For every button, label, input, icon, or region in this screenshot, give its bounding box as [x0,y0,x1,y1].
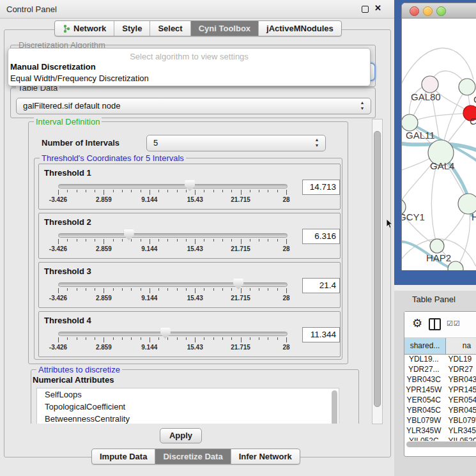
bottom-tab-impute-data[interactable]: Impute Data [92,449,155,464]
tick-mark [113,337,114,340]
algorithm-popup-hint: Select algorithm to view settings [8,52,370,61]
threshold-value-field[interactable]: 21.4 [302,278,340,293]
slider-track[interactable] [58,184,288,188]
column-header-shared-name[interactable]: shared... [404,338,446,354]
tick-mark [141,337,141,340]
slider-thumb[interactable] [160,328,171,339]
minimize-traffic-light-icon[interactable] [423,6,433,16]
table-row[interactable]: YBR043CYBR043C [404,374,476,385]
threshold-label: Threshold 4 [44,316,91,325]
tick-mark [141,190,141,192]
table-row[interactable]: YBR045CYBR045C [404,405,476,415]
threshold-value-field[interactable]: 11.344 [302,327,340,342]
zoom-traffic-light-icon[interactable] [436,6,446,16]
network-node[interactable] [430,239,444,253]
panel-scrollbar[interactable] [372,119,383,424]
table-row[interactable]: YIL052CYIL052C [404,436,476,441]
table-row[interactable]: YDL19...YDL19 [404,354,476,364]
tick-mark [167,239,168,242]
tick-mark [204,239,204,242]
cell-name: YLR345W [443,426,476,436]
tick-mark [277,337,278,340]
tab-cyni-toolbox[interactable]: Cyni Toolbox [191,21,259,36]
tab-network[interactable]: Network [55,21,114,36]
slider-thumb[interactable] [124,229,134,240]
tick-mark [277,190,278,192]
table-hscrollbar-thumb[interactable] [406,441,476,447]
network-canvas[interactable]: GAL80GAGAL11GAL4CGCY1HHAP2 [402,19,476,270]
tick-mark [177,337,178,340]
tab-label: Cyni Toolbox [199,24,250,33]
num-intervals-spinner[interactable]: 5 ▲▼ [146,135,326,151]
float-window-icon[interactable] [362,6,369,13]
attribute-list-item[interactable]: TopologicalCoefficient [37,401,339,413]
cell-name: YDR27 [443,364,476,374]
numerical-attributes-list[interactable]: SelfLoopsTopologicalCoefficientBetweenne… [36,388,339,424]
table-row[interactable]: YLR345WYLR345W [404,426,476,436]
interval-definition-group: Interval Definition Number of Intervals … [28,121,348,364]
table-data-combobox[interactable]: galFiltered.sif default node ▲▼ [16,98,371,114]
tick-mark [95,337,95,340]
tick-mark [95,288,95,291]
bottom-tab-infer-network[interactable]: Infer Network [231,449,300,464]
tick-mark [104,239,104,244]
tick-mark [158,239,159,242]
tick-label: 28 [267,196,305,203]
slider-track[interactable] [58,332,288,336]
tab-style[interactable]: Style [114,21,150,36]
tick-label: 28 [267,295,305,302]
slider-thumb[interactable] [233,279,243,289]
tick-mark [104,288,104,293]
node-label: C [470,116,476,127]
column-header-name[interactable]: na [446,338,476,354]
tick-label: 15.43 [176,344,214,351]
apply-button[interactable]: Apply [160,428,202,443]
network-node[interactable] [422,76,438,93]
close-icon[interactable]: ✕ [374,3,381,13]
network-edge [410,113,471,123]
tick-mark [213,190,214,192]
slider-track[interactable] [58,233,288,238]
list-scrollbar[interactable] [332,390,337,424]
tick-mark [286,190,287,195]
tick-mark [231,239,232,242]
table-row[interactable]: YPR145WYPR145W [404,385,476,395]
tick-mark [167,288,168,291]
tick-mark [286,239,287,244]
split-columns-icon[interactable] [429,318,441,330]
algorithm-option[interactable]: Equal Width/Frequency Discretization [10,73,149,83]
close-traffic-light-icon[interactable] [410,6,419,16]
attribute-list-item[interactable]: SelfLoops [37,388,339,401]
select-columns-icon[interactable]: ☑☑ [447,319,461,328]
tab-jactivemnodules[interactable]: jActiveMNodules [259,21,341,36]
tick-label: 2.859 [84,245,123,252]
network-window-titlebar[interactable] [402,3,476,19]
node-label: GA [473,94,476,105]
slider-track[interactable] [58,282,288,287]
tab-select[interactable]: Select [150,21,190,36]
tick-mark [167,190,168,192]
network-node[interactable] [402,114,418,131]
panel-scrollbar-thumb[interactable] [374,131,381,407]
num-intervals-label: Number of Intervals [42,138,119,148]
tick-mark [122,239,123,242]
tick-mark [158,288,159,291]
tick-mark [141,239,141,242]
table-row[interactable]: YER054CYER054C [404,395,476,405]
threshold-value-field[interactable]: 6.316 [302,229,340,244]
attribute-list-item[interactable]: BetweennessCentrality [37,413,339,424]
tick-mark [195,239,196,244]
network-node[interactable] [459,79,475,95]
algorithm-option[interactable]: Manual Discretization [10,62,96,72]
tick-label: 28 [267,245,305,252]
gear-icon[interactable]: ⚙ [412,316,422,330]
tick-mark [268,190,268,192]
tick-mark [150,190,150,195]
tick-mark [213,239,214,242]
table-row[interactable]: YDR27...YDR27 [404,364,476,374]
table-row[interactable]: YBL079WYBL079W [404,415,476,426]
tick-mark [213,288,214,291]
bottom-tab-discretize-data[interactable]: Discretize Data [155,449,231,464]
node-label: GAL80 [411,91,441,102]
threshold-value-field[interactable]: 14.713 [302,180,340,195]
